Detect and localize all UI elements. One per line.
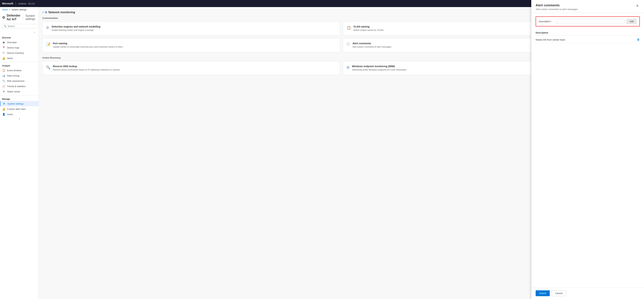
- section-title-network-monitoring: Network monitoring: [48, 11, 75, 14]
- sidebar-item-overview[interactable]: ◉ Overview: [0, 40, 38, 45]
- required-marker: *: [550, 20, 552, 23]
- app-subtitle: System settings: [26, 14, 36, 21]
- panel-header: Alert comments Add custom comments to al…: [532, 7, 644, 13]
- table-cell-description: Needs info from vendor team: [536, 39, 634, 41]
- sidebar-label-risk-assessment: Risk assessment: [7, 80, 24, 82]
- sidebar-item-data-mining[interactable]: 📊 Data mining: [0, 73, 38, 78]
- sidebar-divider-1: [0, 62, 38, 62]
- alerts-icon: 🔔: [2, 57, 5, 60]
- sidebar: Home > System settings ⚙ Defender for Io…: [0, 7, 39, 299]
- app-icon: ⚙: [2, 15, 5, 20]
- collapse-button[interactable]: «: [32, 31, 37, 34]
- sidebar-item-alerts[interactable]: 🔔 Alerts: [0, 56, 38, 61]
- data-mining-icon: 📊: [2, 74, 5, 77]
- custom-alert-rules-icon: 🔔: [2, 108, 5, 110]
- panel-title: Alert comments: [536, 7, 578, 7]
- breadcrumb-sep: >: [9, 9, 10, 11]
- breadcrumb-home[interactable]: Home: [2, 9, 8, 11]
- topbar-brand: Microsoft: [2, 2, 13, 5]
- scroll-down-icon: ▾: [19, 118, 20, 120]
- topbar-divider: |: [15, 2, 16, 5]
- sidebar-item-device-inventory[interactable]: 🛡 Device inventory: [0, 50, 38, 56]
- risk-assessment-icon: 📉: [2, 80, 5, 82]
- table-row: Needs info from vendor team 🗑: [536, 36, 640, 43]
- search-box[interactable]: 🔍: [2, 24, 36, 28]
- sidebar-label-event-timeline: Event timeline: [7, 69, 22, 72]
- alert-comments-card-desc: Add custom comments to alert messages: [352, 46, 391, 49]
- panel-title-group: Alert comments Add custom comments to al…: [536, 7, 578, 11]
- detection-engines-desc: Enable learning modes and engine coverag…: [52, 29, 100, 32]
- sidebar-app-title: ⚙ Defender for IoT | System settings: [0, 12, 38, 23]
- breadcrumb-current: System settings: [12, 9, 26, 11]
- sidebar-item-system-settings[interactable]: ⚙ System settings: [0, 101, 38, 106]
- port-naming-icon: 📝: [46, 42, 50, 47]
- sidebar-label-system-settings: System settings: [8, 102, 24, 105]
- card-port-naming[interactable]: 📝 Port naming Update names of universall…: [42, 38, 340, 52]
- add-button[interactable]: Add: [626, 19, 636, 24]
- device-inventory-icon: 🛡: [2, 52, 5, 54]
- alert-comments-card-title: Alert comments: [352, 42, 391, 45]
- overview-icon: ◉: [2, 41, 5, 44]
- windows-endpoint-desc: Selectively probe Windows endpoints for …: [352, 68, 406, 71]
- event-timeline-icon: 📋: [2, 69, 5, 72]
- search-input[interactable]: [8, 25, 37, 28]
- sidebar-label-custom-alert-rules: Custom alert rules: [7, 108, 26, 110]
- panel-subtitle: Add custom comments to alert messages: [536, 8, 578, 11]
- detection-engines-icon: ⚙: [46, 26, 49, 30]
- submit-button[interactable]: Submit: [536, 290, 550, 296]
- windows-endpoint-body: Windows endpoint monitoring (WMI) Select…: [352, 65, 406, 71]
- card-reverse-dns[interactable]: 🔍 Reverse DNS lookup Resolve device host…: [42, 61, 340, 75]
- sidebar-item-users[interactable]: 👤 Users: [0, 112, 38, 117]
- sidebar-label-data-mining: Data mining: [7, 74, 19, 77]
- sidebar-item-trends-statistics[interactable]: 📈 Trends & statistics: [0, 84, 38, 89]
- cancel-button[interactable]: Cancel: [552, 290, 566, 296]
- sidebar-item-device-map[interactable]: 📍 Device map: [0, 45, 38, 50]
- sidebar-divider-2: [0, 95, 38, 95]
- sidebar-item-attack-vector[interactable]: 🗡 Attack vector: [0, 89, 38, 94]
- sidebar-label-alerts: Alerts: [7, 57, 13, 60]
- sidebar-item-event-timeline[interactable]: 📋 Event timeline: [0, 68, 38, 73]
- network-monitoring-icon: ⊞: [45, 11, 47, 14]
- table-cell-action: 🗑: [634, 38, 640, 41]
- attack-vector-icon: 🗡: [2, 90, 5, 93]
- app-title: Defender for IoT: [7, 14, 20, 21]
- sidebar-item-risk-assessment[interactable]: 📉 Risk assessment: [0, 78, 38, 84]
- windows-endpoint-icon: ⊞: [346, 65, 350, 70]
- sidebar-section-manage: Manage: [0, 96, 38, 101]
- delete-button[interactable]: 🗑: [637, 38, 640, 41]
- topbar-instance: contoso - 22.2.6: [18, 2, 34, 5]
- sidebar-label-users: Users: [7, 113, 13, 116]
- detection-engines-body: Detection engines and network modelling …: [52, 25, 100, 32]
- alert-comments-panel: Alert comments Add custom comments to al…: [531, 7, 644, 299]
- reverse-dns-body: Reverse DNS lookup Resolve device hostna…: [53, 65, 120, 71]
- reverse-dns-title: Reverse DNS lookup: [53, 65, 120, 68]
- reverse-dns-desc: Resolve device hostnames based on IP add…: [53, 68, 120, 71]
- vlan-naming-title: VLAN naming: [354, 25, 384, 28]
- reverse-dns-icon: 🔍: [46, 65, 50, 70]
- sidebar-label-device-inventory: Device inventory: [7, 52, 24, 54]
- sidebar-item-custom-alert-rules[interactable]: 🔔 Custom alert rules: [0, 106, 38, 112]
- sidebar-section-analyze: Analyze: [0, 63, 38, 68]
- sidebar-label-device-map: Device map: [7, 46, 19, 49]
- users-icon: 👤: [2, 113, 5, 116]
- scroll-down-indicator: ▾: [0, 117, 38, 121]
- section-toggle-icon[interactable]: ▾: [42, 11, 43, 14]
- sidebar-label-overview: Overview: [7, 41, 16, 44]
- vlan-naming-desc: Define unique names for VLANs: [354, 29, 384, 32]
- device-map-icon: 📍: [2, 46, 5, 49]
- port-naming-body: Port naming Update names of universally …: [53, 42, 124, 49]
- description-label: Description*: [539, 20, 555, 23]
- system-settings-icon: ⚙: [2, 102, 6, 105]
- card-detection-engines[interactable]: ⚙ Detection engines and network modellin…: [42, 22, 340, 36]
- title-separator: |: [22, 16, 24, 20]
- main-layout: Home > System settings ⚙ Defender for Io…: [0, 7, 644, 299]
- panel-close-button[interactable]: ✕: [635, 7, 640, 8]
- panel-body: Description* Add Description Needs info …: [532, 13, 644, 287]
- vlan-naming-body: VLAN naming Define unique names for VLAN…: [354, 25, 384, 32]
- sidebar-label-attack-vector: Attack vector: [7, 90, 20, 93]
- port-naming-title: Port naming: [53, 42, 124, 45]
- detection-engines-title: Detection engines and network modelling: [52, 25, 100, 28]
- description-input[interactable]: [557, 19, 624, 24]
- table-header-description: Description: [536, 30, 640, 36]
- description-label-text: Description: [539, 20, 550, 23]
